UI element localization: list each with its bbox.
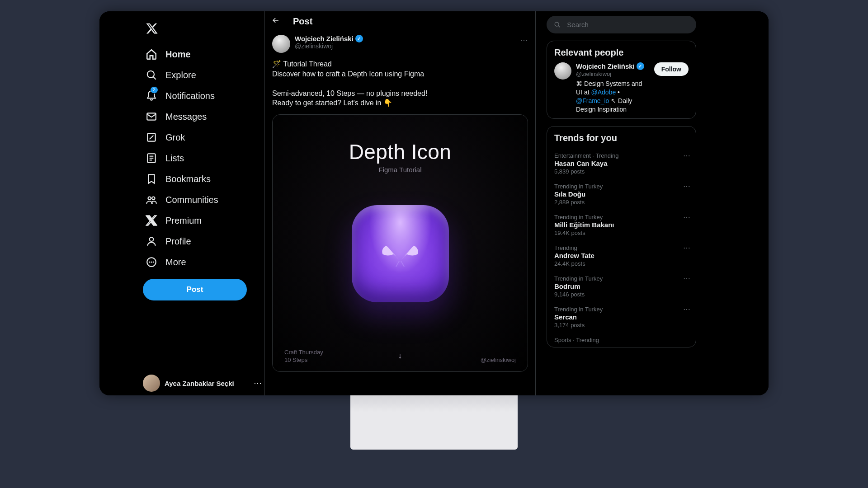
main-header: Post	[265, 11, 535, 33]
nav-label: Profile	[165, 236, 191, 247]
monitor-stand	[350, 395, 518, 450]
follow-button[interactable]: Follow	[654, 62, 689, 76]
trend-category: Sports · Trending	[554, 337, 689, 343]
nav-label: Notifications	[165, 91, 215, 101]
trend-name: Bodrum	[554, 282, 689, 290]
communities-icon	[146, 194, 157, 206]
nav-label: Messages	[165, 112, 207, 122]
media-footer: Craft Thursday 10 Steps ↓ @zielinskiwoj	[273, 349, 528, 363]
panel-title: Trends for you	[554, 133, 689, 143]
trend-category: Trending in Turkey	[554, 306, 689, 313]
more-icon: ⋯	[254, 378, 262, 388]
verified-badge-icon	[355, 35, 363, 42]
post-body-text: 🪄 Tutorial Thread Discover how to craft …	[272, 53, 528, 112]
nav-label: Home	[165, 49, 191, 60]
back-button[interactable]	[271, 16, 280, 27]
media-title: Depth Icon	[349, 140, 451, 164]
svg-point-9	[148, 197, 151, 200]
nav-label: Premium	[165, 216, 202, 226]
search-box[interactable]	[547, 16, 696, 33]
search-icon	[554, 21, 561, 28]
svg-point-0	[147, 71, 154, 78]
trend-category: Trending in Turkey	[554, 275, 689, 282]
bookmark-icon	[146, 173, 157, 185]
trend-item[interactable]: Trending in Turkey Sıla Doğu 2,889 posts…	[554, 178, 689, 209]
trend-more-button[interactable]: ⋯	[683, 182, 690, 191]
sidebar-item-premium[interactable]: Premium	[140, 210, 264, 231]
trend-item[interactable]: Trending in Turkey Milli Eğitim Bakanı 1…	[554, 209, 689, 240]
sidebar-item-lists[interactable]: Lists	[140, 148, 264, 169]
bio-link[interactable]: @Frame_io	[576, 97, 609, 104]
author-avatar[interactable]	[272, 35, 290, 53]
sidebar-item-notifications[interactable]: 2 Notifications	[140, 85, 264, 106]
sidebar-item-bookmarks[interactable]: Bookmarks	[140, 169, 264, 189]
verified-badge-icon	[637, 62, 644, 70]
right-column: Relevant people Wojciech Zieliński @ziel…	[536, 11, 696, 395]
app-root: Home Explore 2 Notifications Messages Gr…	[99, 11, 769, 395]
media-footer-label-2: 10 Steps	[284, 357, 323, 363]
media-footer-label-1: Craft Thursday	[284, 349, 323, 356]
trend-item[interactable]: Entertainment · Trending Hasan Can Kaya …	[554, 148, 689, 178]
sidebar-item-home[interactable]: Home	[140, 44, 264, 65]
trends-panel: Trends for you Entertainment · Trending …	[547, 126, 696, 347]
arrow-left-icon	[271, 16, 280, 25]
svg-line-4	[150, 136, 154, 140]
svg-point-14	[151, 262, 151, 262]
person-avatar[interactable]	[554, 62, 571, 80]
monitor-frame: Home Explore 2 Notifications Messages Gr…	[99, 11, 769, 395]
sidebar: Home Explore 2 Notifications Messages Gr…	[140, 11, 264, 395]
sidebar-item-grok[interactable]: Grok	[140, 127, 264, 148]
nav-label: Explore	[165, 70, 196, 80]
trend-item[interactable]: Trending in Turkey Bodrum 9,146 posts ⋯	[554, 271, 689, 301]
trend-name: Sıla Doğu	[554, 190, 689, 198]
trend-more-button[interactable]: ⋯	[683, 274, 690, 283]
person-handle[interactable]: @zielinskiwoj	[576, 70, 650, 77]
person-name[interactable]: Wojciech Zieliński	[576, 62, 635, 70]
user-display-name: Ayca Zanbaklar Seçki	[165, 380, 234, 387]
grok-icon	[146, 131, 157, 143]
trend-name: Milli Eğitim Bakanı	[554, 221, 689, 229]
post-author-block: Wojciech Zieliński @zielinskiwoj	[295, 35, 363, 50]
author-handle[interactable]: @zielinskiwoj	[295, 42, 363, 50]
trend-name: Andrew Tate	[554, 252, 689, 259]
svg-line-19	[558, 26, 560, 27]
bio-link[interactable]: @Adobe	[591, 89, 616, 96]
trend-count: 3,174 posts	[554, 322, 689, 328]
sidebar-item-profile[interactable]: Profile	[140, 231, 264, 252]
trend-more-button[interactable]: ⋯	[683, 213, 690, 221]
svg-point-10	[152, 197, 155, 200]
nav-label: More	[165, 257, 186, 267]
trend-more-button[interactable]: ⋯	[683, 151, 690, 160]
trend-item[interactable]: Trending Andrew Tate 24.4K posts ⋯	[554, 240, 689, 271]
search-input[interactable]	[567, 21, 689, 28]
trend-more-button[interactable]: ⋯	[683, 244, 690, 252]
sidebar-item-more[interactable]: More	[140, 252, 264, 272]
x-logo-icon	[146, 22, 158, 35]
post-button[interactable]: Post	[143, 279, 247, 300]
author-name[interactable]: Wojciech Zieliński	[295, 35, 354, 42]
x-logo-icon	[146, 215, 157, 226]
account-switcher[interactable]: Ayca Zanbaklar Seçki ⋯	[140, 370, 264, 395]
post-media[interactable]: Depth Icon Figma Tutorial	[272, 114, 528, 372]
trend-category: Entertainment · Trending	[554, 152, 689, 159]
sidebar-item-explore[interactable]: Explore	[140, 65, 264, 85]
trend-item[interactable]: Trending in Turkey Sercan 3,174 posts ⋯	[554, 301, 689, 332]
search-icon	[146, 69, 157, 81]
app-logo[interactable]	[140, 17, 264, 44]
trend-more-button[interactable]: ⋯	[683, 305, 690, 314]
home-icon	[146, 48, 157, 60]
post-header: Wojciech Zieliński @zielinskiwoj ⋯	[272, 35, 528, 53]
depth-icon-illustration	[352, 205, 449, 302]
trend-count: 24.4K posts	[554, 260, 689, 267]
user-avatar	[143, 375, 160, 392]
notification-badge: 2	[150, 86, 158, 94]
sidebar-item-communities[interactable]: Communities	[140, 189, 264, 210]
nav-label: Bookmarks	[165, 174, 211, 184]
trend-name: Sercan	[554, 313, 689, 321]
post-more-button[interactable]: ⋯	[520, 35, 528, 45]
lists-icon	[146, 152, 157, 164]
sidebar-item-messages[interactable]: Messages	[140, 106, 264, 127]
trend-item[interactable]: Sports · Trending	[554, 332, 689, 347]
post: Wojciech Zieliński @zielinskiwoj ⋯ 🪄 Tut…	[265, 33, 535, 372]
trend-category: Trending	[554, 244, 689, 251]
